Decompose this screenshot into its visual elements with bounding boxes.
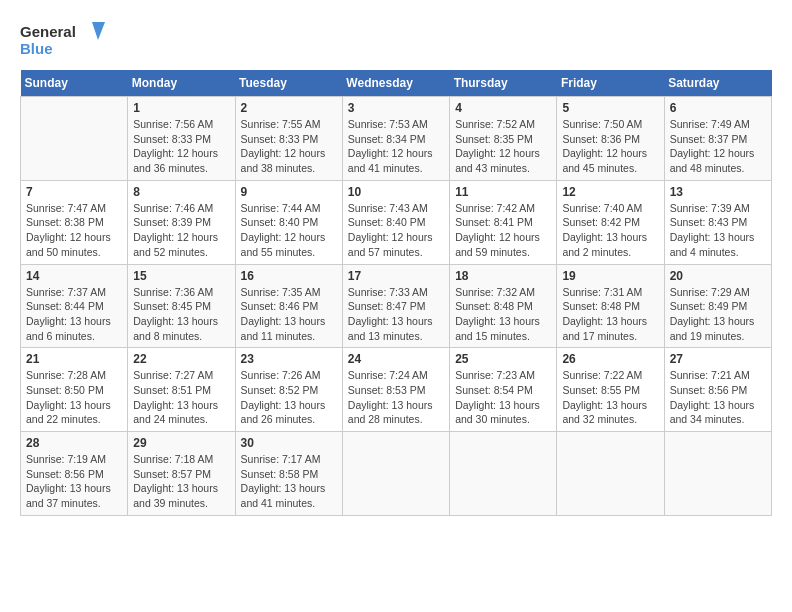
logo: GeneralBlue bbox=[20, 20, 110, 60]
svg-text:Blue: Blue bbox=[20, 40, 53, 57]
weekday-header: Friday bbox=[557, 70, 664, 97]
day-number: 27 bbox=[670, 352, 766, 366]
day-info: Sunrise: 7:33 AM Sunset: 8:47 PM Dayligh… bbox=[348, 285, 444, 344]
calendar-cell: 21Sunrise: 7:28 AM Sunset: 8:50 PM Dayli… bbox=[21, 348, 128, 432]
day-number: 8 bbox=[133, 185, 229, 199]
day-number: 3 bbox=[348, 101, 444, 115]
day-number: 14 bbox=[26, 269, 122, 283]
day-number: 6 bbox=[670, 101, 766, 115]
calendar-week-row: 1Sunrise: 7:56 AM Sunset: 8:33 PM Daylig… bbox=[21, 97, 772, 181]
calendar-cell: 29Sunrise: 7:18 AM Sunset: 8:57 PM Dayli… bbox=[128, 432, 235, 516]
day-info: Sunrise: 7:50 AM Sunset: 8:36 PM Dayligh… bbox=[562, 117, 658, 176]
day-number: 5 bbox=[562, 101, 658, 115]
calendar-table: SundayMondayTuesdayWednesdayThursdayFrid… bbox=[20, 70, 772, 516]
day-info: Sunrise: 7:42 AM Sunset: 8:41 PM Dayligh… bbox=[455, 201, 551, 260]
day-number: 24 bbox=[348, 352, 444, 366]
day-info: Sunrise: 7:23 AM Sunset: 8:54 PM Dayligh… bbox=[455, 368, 551, 427]
calendar-cell: 9Sunrise: 7:44 AM Sunset: 8:40 PM Daylig… bbox=[235, 180, 342, 264]
day-info: Sunrise: 7:29 AM Sunset: 8:49 PM Dayligh… bbox=[670, 285, 766, 344]
day-number: 29 bbox=[133, 436, 229, 450]
calendar-cell: 19Sunrise: 7:31 AM Sunset: 8:48 PM Dayli… bbox=[557, 264, 664, 348]
calendar-cell: 20Sunrise: 7:29 AM Sunset: 8:49 PM Dayli… bbox=[664, 264, 771, 348]
calendar-cell: 8Sunrise: 7:46 AM Sunset: 8:39 PM Daylig… bbox=[128, 180, 235, 264]
calendar-cell: 18Sunrise: 7:32 AM Sunset: 8:48 PM Dayli… bbox=[450, 264, 557, 348]
weekday-header: Wednesday bbox=[342, 70, 449, 97]
day-number: 12 bbox=[562, 185, 658, 199]
calendar-week-row: 14Sunrise: 7:37 AM Sunset: 8:44 PM Dayli… bbox=[21, 264, 772, 348]
calendar-week-row: 7Sunrise: 7:47 AM Sunset: 8:38 PM Daylig… bbox=[21, 180, 772, 264]
calendar-cell: 23Sunrise: 7:26 AM Sunset: 8:52 PM Dayli… bbox=[235, 348, 342, 432]
calendar-cell: 4Sunrise: 7:52 AM Sunset: 8:35 PM Daylig… bbox=[450, 97, 557, 181]
day-number: 17 bbox=[348, 269, 444, 283]
day-info: Sunrise: 7:56 AM Sunset: 8:33 PM Dayligh… bbox=[133, 117, 229, 176]
weekday-header: Sunday bbox=[21, 70, 128, 97]
day-number: 21 bbox=[26, 352, 122, 366]
day-info: Sunrise: 7:31 AM Sunset: 8:48 PM Dayligh… bbox=[562, 285, 658, 344]
calendar-cell: 12Sunrise: 7:40 AM Sunset: 8:42 PM Dayli… bbox=[557, 180, 664, 264]
day-number: 4 bbox=[455, 101, 551, 115]
day-number: 7 bbox=[26, 185, 122, 199]
calendar-cell: 5Sunrise: 7:50 AM Sunset: 8:36 PM Daylig… bbox=[557, 97, 664, 181]
day-info: Sunrise: 7:44 AM Sunset: 8:40 PM Dayligh… bbox=[241, 201, 337, 260]
calendar-cell: 25Sunrise: 7:23 AM Sunset: 8:54 PM Dayli… bbox=[450, 348, 557, 432]
day-info: Sunrise: 7:49 AM Sunset: 8:37 PM Dayligh… bbox=[670, 117, 766, 176]
day-number: 15 bbox=[133, 269, 229, 283]
calendar-cell: 11Sunrise: 7:42 AM Sunset: 8:41 PM Dayli… bbox=[450, 180, 557, 264]
day-info: Sunrise: 7:36 AM Sunset: 8:45 PM Dayligh… bbox=[133, 285, 229, 344]
svg-text:General: General bbox=[20, 23, 76, 40]
day-info: Sunrise: 7:28 AM Sunset: 8:50 PM Dayligh… bbox=[26, 368, 122, 427]
day-number: 11 bbox=[455, 185, 551, 199]
calendar-cell: 2Sunrise: 7:55 AM Sunset: 8:33 PM Daylig… bbox=[235, 97, 342, 181]
calendar-cell: 1Sunrise: 7:56 AM Sunset: 8:33 PM Daylig… bbox=[128, 97, 235, 181]
day-info: Sunrise: 7:22 AM Sunset: 8:55 PM Dayligh… bbox=[562, 368, 658, 427]
day-info: Sunrise: 7:32 AM Sunset: 8:48 PM Dayligh… bbox=[455, 285, 551, 344]
calendar-cell: 26Sunrise: 7:22 AM Sunset: 8:55 PM Dayli… bbox=[557, 348, 664, 432]
day-info: Sunrise: 7:47 AM Sunset: 8:38 PM Dayligh… bbox=[26, 201, 122, 260]
day-info: Sunrise: 7:40 AM Sunset: 8:42 PM Dayligh… bbox=[562, 201, 658, 260]
calendar-cell bbox=[664, 432, 771, 516]
calendar-week-row: 28Sunrise: 7:19 AM Sunset: 8:56 PM Dayli… bbox=[21, 432, 772, 516]
calendar-cell bbox=[21, 97, 128, 181]
calendar-cell: 22Sunrise: 7:27 AM Sunset: 8:51 PM Dayli… bbox=[128, 348, 235, 432]
svg-marker-2 bbox=[92, 22, 105, 40]
day-info: Sunrise: 7:17 AM Sunset: 8:58 PM Dayligh… bbox=[241, 452, 337, 511]
calendar-cell: 30Sunrise: 7:17 AM Sunset: 8:58 PM Dayli… bbox=[235, 432, 342, 516]
day-info: Sunrise: 7:43 AM Sunset: 8:40 PM Dayligh… bbox=[348, 201, 444, 260]
calendar-cell: 15Sunrise: 7:36 AM Sunset: 8:45 PM Dayli… bbox=[128, 264, 235, 348]
calendar-cell: 24Sunrise: 7:24 AM Sunset: 8:53 PM Dayli… bbox=[342, 348, 449, 432]
day-info: Sunrise: 7:53 AM Sunset: 8:34 PM Dayligh… bbox=[348, 117, 444, 176]
day-info: Sunrise: 7:27 AM Sunset: 8:51 PM Dayligh… bbox=[133, 368, 229, 427]
calendar-cell: 6Sunrise: 7:49 AM Sunset: 8:37 PM Daylig… bbox=[664, 97, 771, 181]
day-number: 16 bbox=[241, 269, 337, 283]
day-number: 23 bbox=[241, 352, 337, 366]
page-header: GeneralBlue bbox=[20, 20, 772, 60]
header-row: SundayMondayTuesdayWednesdayThursdayFrid… bbox=[21, 70, 772, 97]
day-info: Sunrise: 7:52 AM Sunset: 8:35 PM Dayligh… bbox=[455, 117, 551, 176]
calendar-cell: 13Sunrise: 7:39 AM Sunset: 8:43 PM Dayli… bbox=[664, 180, 771, 264]
day-number: 1 bbox=[133, 101, 229, 115]
day-number: 9 bbox=[241, 185, 337, 199]
day-number: 22 bbox=[133, 352, 229, 366]
day-number: 28 bbox=[26, 436, 122, 450]
day-number: 30 bbox=[241, 436, 337, 450]
calendar-cell bbox=[557, 432, 664, 516]
calendar-cell: 7Sunrise: 7:47 AM Sunset: 8:38 PM Daylig… bbox=[21, 180, 128, 264]
day-number: 25 bbox=[455, 352, 551, 366]
day-info: Sunrise: 7:37 AM Sunset: 8:44 PM Dayligh… bbox=[26, 285, 122, 344]
calendar-week-row: 21Sunrise: 7:28 AM Sunset: 8:50 PM Dayli… bbox=[21, 348, 772, 432]
day-number: 20 bbox=[670, 269, 766, 283]
weekday-header: Tuesday bbox=[235, 70, 342, 97]
logo-svg: GeneralBlue bbox=[20, 20, 110, 60]
calendar-cell: 14Sunrise: 7:37 AM Sunset: 8:44 PM Dayli… bbox=[21, 264, 128, 348]
day-info: Sunrise: 7:19 AM Sunset: 8:56 PM Dayligh… bbox=[26, 452, 122, 511]
calendar-cell bbox=[342, 432, 449, 516]
day-info: Sunrise: 7:35 AM Sunset: 8:46 PM Dayligh… bbox=[241, 285, 337, 344]
day-info: Sunrise: 7:55 AM Sunset: 8:33 PM Dayligh… bbox=[241, 117, 337, 176]
calendar-cell bbox=[450, 432, 557, 516]
weekday-header: Monday bbox=[128, 70, 235, 97]
day-info: Sunrise: 7:26 AM Sunset: 8:52 PM Dayligh… bbox=[241, 368, 337, 427]
day-number: 26 bbox=[562, 352, 658, 366]
day-number: 18 bbox=[455, 269, 551, 283]
day-number: 2 bbox=[241, 101, 337, 115]
calendar-cell: 17Sunrise: 7:33 AM Sunset: 8:47 PM Dayli… bbox=[342, 264, 449, 348]
